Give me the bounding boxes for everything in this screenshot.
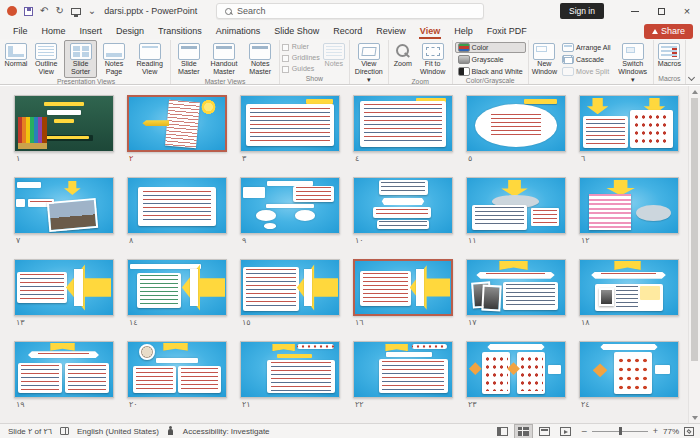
zoom-out-button[interactable]: – xyxy=(582,427,587,436)
view-direction-button[interactable]: View Direction ▾ xyxy=(352,40,386,85)
notes-page-button[interactable]: Notes Page xyxy=(98,40,130,78)
minimize-button[interactable] xyxy=(622,0,648,22)
cascade-button[interactable]: Cascade xyxy=(559,54,614,65)
reading-view-button[interactable]: Reading View xyxy=(131,40,168,78)
language-label[interactable]: English (United States) xyxy=(77,427,159,436)
slide-thumbnail-1[interactable] xyxy=(14,95,114,152)
slide-shape-arrowD xyxy=(64,181,81,195)
zoom-button[interactable]: Zoom xyxy=(391,40,415,70)
color-icon xyxy=(458,43,470,52)
slide-thumbnail-14[interactable] xyxy=(127,259,227,316)
sign-in-button[interactable]: Sign in xyxy=(560,3,604,19)
customize-qat-icon[interactable]: ⌄ xyxy=(88,6,96,16)
tab-design[interactable]: Design xyxy=(109,24,151,39)
switch-windows-button[interactable]: Switch Windows ▾ xyxy=(615,40,651,85)
scroll-up-arrow[interactable] xyxy=(689,86,700,97)
grayscale-button[interactable]: Grayscale xyxy=(455,54,526,65)
search-placeholder: Search xyxy=(237,6,266,16)
scroll-down-arrow[interactable] xyxy=(689,412,700,423)
slide-thumbnail-8[interactable] xyxy=(127,177,227,234)
proofing-icon[interactable] xyxy=(60,427,69,435)
search-box[interactable]: Search xyxy=(216,3,484,19)
cascade-icon xyxy=(562,55,574,64)
slide-thumbnail-22[interactable] xyxy=(353,341,453,398)
handout-master-button[interactable]: Handout Master xyxy=(206,40,243,78)
zoom-in-button[interactable]: + xyxy=(653,427,658,436)
slideshow-view-button[interactable] xyxy=(557,425,574,438)
slide-thumbnail-20[interactable] xyxy=(127,341,227,398)
notes-master-button[interactable]: Notes Master xyxy=(244,40,277,78)
normal-view-button[interactable] xyxy=(494,425,511,438)
slide-thumbnail-3[interactable] xyxy=(240,95,340,152)
scrollbar-thumb[interactable] xyxy=(691,98,698,361)
slide-master-icon xyxy=(178,43,200,60)
normal-button[interactable]: Normal xyxy=(4,40,28,70)
slide-master-button[interactable]: Slide Master xyxy=(173,40,204,78)
slide-thumbnail-16[interactable] xyxy=(353,259,453,316)
reading-view-button[interactable] xyxy=(536,425,553,438)
fit-to-window-button[interactable]: Fit to Window xyxy=(416,40,450,78)
slide-sorter-view-button[interactable] xyxy=(515,425,532,438)
tab-help[interactable]: Help xyxy=(447,24,480,39)
slide-thumbnail-23[interactable] xyxy=(466,341,566,398)
close-button[interactable]: × xyxy=(674,0,700,22)
move-split-button: Move Split xyxy=(559,66,614,77)
color-button[interactable]: Color xyxy=(455,42,526,53)
slide-shape-diamond xyxy=(469,362,482,375)
slide-thumbnail-24[interactable] xyxy=(579,341,679,398)
slide-thumbnail-9[interactable] xyxy=(240,177,340,234)
slide-thumbnail-7[interactable] xyxy=(14,177,114,234)
tab-transitions[interactable]: Transitions xyxy=(151,24,209,39)
slide-cell-18: ١٨ xyxy=(579,259,679,341)
zoom-percent[interactable]: 77% xyxy=(663,427,679,436)
slide-thumbnail-12[interactable] xyxy=(579,177,679,234)
zoom-slider[interactable] xyxy=(592,431,648,432)
button-label: View Direction ▾ xyxy=(354,61,384,84)
black-and-white-button[interactable]: Black and White xyxy=(455,66,526,77)
slide-thumbnail-19[interactable] xyxy=(14,341,114,398)
redo-icon[interactable]: ↻ xyxy=(55,6,63,16)
start-presentation-icon[interactable] xyxy=(71,8,81,15)
outline-view-button[interactable]: Outline View xyxy=(29,40,63,78)
arrange-all-button[interactable]: Arrange All xyxy=(559,42,614,53)
save-icon[interactable] xyxy=(24,7,33,16)
slide-sorter-button[interactable]: Slide Sorter xyxy=(64,40,96,78)
ribbon-column: RulerGridlinesGuides xyxy=(282,40,320,74)
accessibility-label[interactable]: Accessibility: Investigate xyxy=(183,427,270,436)
button-label: Move Split xyxy=(576,68,609,76)
slide-shape-rect xyxy=(17,182,42,188)
slide-thumbnail-5[interactable] xyxy=(466,95,566,152)
vertical-scrollbar[interactable] xyxy=(688,86,700,423)
tab-view[interactable]: View xyxy=(413,24,447,39)
undo-icon[interactable]: ↶ xyxy=(40,6,48,16)
slide-thumbnail-2[interactable] xyxy=(127,95,227,152)
tab-record[interactable]: Record xyxy=(326,24,369,39)
maximize-button[interactable] xyxy=(648,0,674,22)
tab-insert[interactable]: Insert xyxy=(73,24,110,39)
tab-review[interactable]: Review xyxy=(369,24,413,39)
slide-shape-paper xyxy=(165,100,200,148)
slide-thumbnail-18[interactable] xyxy=(579,259,679,316)
slide-thumbnail-21[interactable] xyxy=(240,341,340,398)
slide-thumbnail-13[interactable] xyxy=(14,259,114,316)
slide-thumbnail-10[interactable] xyxy=(353,177,453,234)
collapse-ribbon-icon[interactable] xyxy=(688,75,694,81)
zoom-slider-thumb[interactable] xyxy=(619,427,622,435)
slide-thumbnail-4[interactable] xyxy=(353,95,453,152)
tab-slide-show[interactable]: Slide Show xyxy=(267,24,326,39)
tab-file[interactable]: File xyxy=(6,24,35,39)
slide-thumbnail-6[interactable] xyxy=(579,95,679,152)
macros-button[interactable]: Macros xyxy=(656,40,683,70)
slide-number: ١٨ xyxy=(579,318,679,327)
tab-animations[interactable]: Animations xyxy=(209,24,268,39)
slide-shape-oval xyxy=(256,210,277,220)
slide-thumbnail-11[interactable] xyxy=(466,177,566,234)
fit-slide-to-window-button[interactable] xyxy=(684,427,694,436)
new-window-button[interactable]: New Window xyxy=(531,40,558,78)
slide-thumbnail-15[interactable] xyxy=(240,259,340,316)
slide-thumbnail-17[interactable] xyxy=(466,259,566,316)
tab-home[interactable]: Home xyxy=(35,24,73,39)
tab-foxit-pdf[interactable]: Foxit PDF xyxy=(480,24,534,39)
share-button[interactable]: Share xyxy=(644,24,693,39)
slide-shape-diamond xyxy=(593,363,608,377)
